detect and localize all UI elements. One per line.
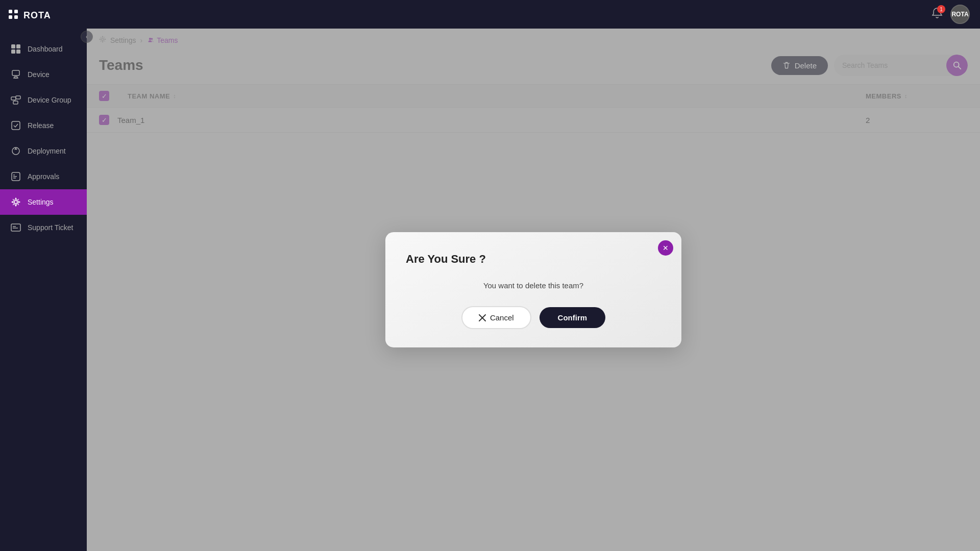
sidebar-item-label: Support Ticket (28, 223, 74, 232)
sidebar-item-label: Dashboard (28, 45, 63, 53)
modal-message: You want to delete this team? (406, 281, 661, 290)
dashboard-icon (10, 43, 21, 55)
sidebar-item-settings[interactable]: Settings (0, 189, 87, 215)
svg-rect-14 (12, 121, 20, 130)
sidebar-item-approvals[interactable]: Approvals (0, 164, 87, 189)
confirm-modal: ✕ Are You Sure ? You want to delete this… (385, 232, 681, 347)
sidebar-item-deployment[interactable]: Deployment (0, 138, 87, 164)
app-name: ROTA (23, 10, 51, 21)
release-icon (10, 120, 21, 131)
sidebar-item-label: Release (28, 121, 54, 130)
svg-rect-8 (12, 70, 19, 76)
svg-rect-18 (11, 224, 20, 231)
sidebar-item-device-group[interactable]: Device Group (0, 87, 87, 113)
sidebar-item-label: Approvals (28, 172, 59, 181)
modal-actions: Cancel Confirm (406, 306, 661, 329)
svg-rect-5 (16, 44, 20, 48)
page-content: Settings › Teams Teams Dele (87, 29, 980, 551)
sidebar-item-label: Settings (28, 198, 54, 206)
sidebar-item-dashboard[interactable]: Dashboard (0, 36, 87, 62)
notification-count: 1 (937, 5, 945, 13)
settings-icon (10, 196, 21, 208)
support-icon (10, 222, 21, 233)
grid-icon (8, 9, 18, 22)
sidebar: ROTA ‹ Dashboard (0, 0, 87, 551)
svg-rect-2 (9, 15, 12, 19)
sidebar-item-device[interactable]: Device (0, 62, 87, 87)
svg-rect-13 (13, 101, 18, 104)
svg-rect-11 (11, 97, 16, 100)
sidebar-item-label: Device (28, 70, 50, 79)
sidebar-item-release[interactable]: Release (0, 113, 87, 138)
modal-title: Are You Sure ? (406, 253, 661, 266)
svg-rect-3 (14, 15, 18, 19)
main-content: 1 ROTA Settings › Teams (87, 0, 980, 551)
sidebar-item-label: Deployment (28, 147, 66, 155)
svg-rect-0 (9, 10, 12, 13)
svg-rect-12 (16, 96, 20, 99)
svg-rect-1 (14, 10, 18, 13)
notification-bell[interactable]: 1 (931, 7, 943, 21)
sidebar-nav: Dashboard Device Device Grou (0, 36, 87, 551)
cancel-button[interactable]: Cancel (461, 306, 531, 329)
approvals-icon (10, 171, 21, 182)
modal-overlay: ✕ Are You Sure ? You want to delete this… (87, 29, 980, 551)
sidebar-item-support-ticket[interactable]: Support Ticket (0, 215, 87, 240)
svg-rect-6 (11, 49, 15, 54)
modal-close-button[interactable]: ✕ (658, 240, 673, 256)
topbar: 1 ROTA (87, 0, 980, 29)
deployment-icon (10, 145, 21, 157)
svg-rect-4 (11, 44, 15, 48)
sidebar-item-label: Device Group (28, 96, 71, 104)
avatar[interactable]: ROTA (950, 5, 970, 24)
confirm-button[interactable]: Confirm (540, 307, 606, 328)
device-icon (10, 69, 21, 80)
sidebar-header: ROTA (0, 0, 87, 31)
svg-rect-7 (16, 49, 20, 54)
device-group-icon (10, 94, 21, 106)
svg-point-17 (14, 201, 17, 204)
